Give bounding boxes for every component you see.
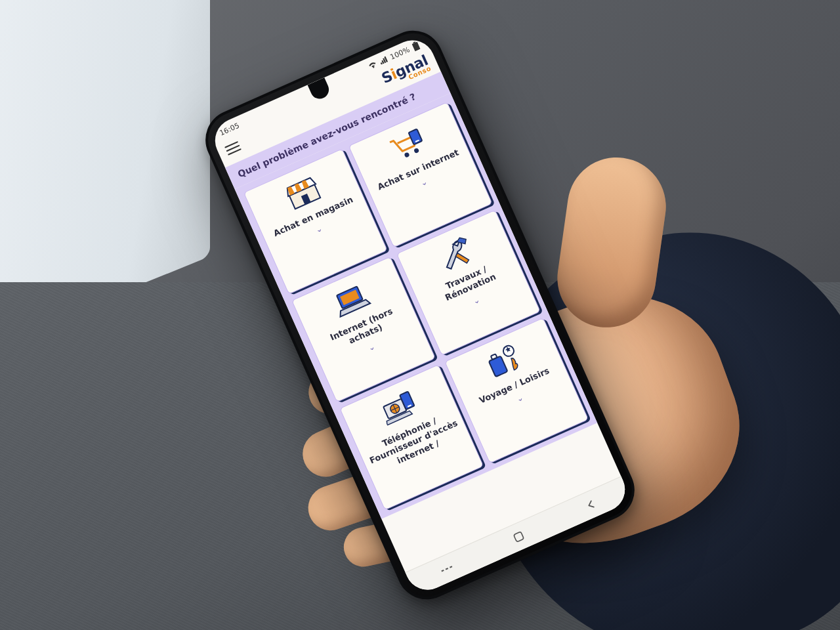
signal-icon (378, 56, 388, 65)
svg-rect-19 (446, 568, 448, 570)
chevron-down-icon: ⌄ (515, 393, 525, 404)
chevron-down-icon: ⌄ (419, 177, 429, 188)
svg-point-5 (413, 148, 419, 154)
wifi-icon (368, 61, 377, 70)
battery-icon (411, 41, 421, 52)
back-button[interactable] (581, 495, 600, 514)
svg-rect-20 (450, 566, 452, 568)
svg-rect-1 (412, 42, 421, 52)
chevron-down-icon: ⌄ (471, 295, 481, 306)
svg-rect-21 (514, 532, 524, 542)
svg-rect-18 (441, 570, 444, 572)
home-button[interactable] (509, 527, 528, 546)
svg-rect-10 (455, 253, 469, 263)
svg-point-17 (501, 344, 515, 358)
chevron-down-icon: ⌄ (367, 341, 377, 352)
svg-point-4 (404, 152, 410, 158)
svg-rect-6 (408, 129, 422, 145)
menu-icon[interactable] (224, 141, 242, 156)
chevron-down-icon: ⌄ (314, 224, 324, 235)
recent-apps-button[interactable] (437, 559, 456, 578)
